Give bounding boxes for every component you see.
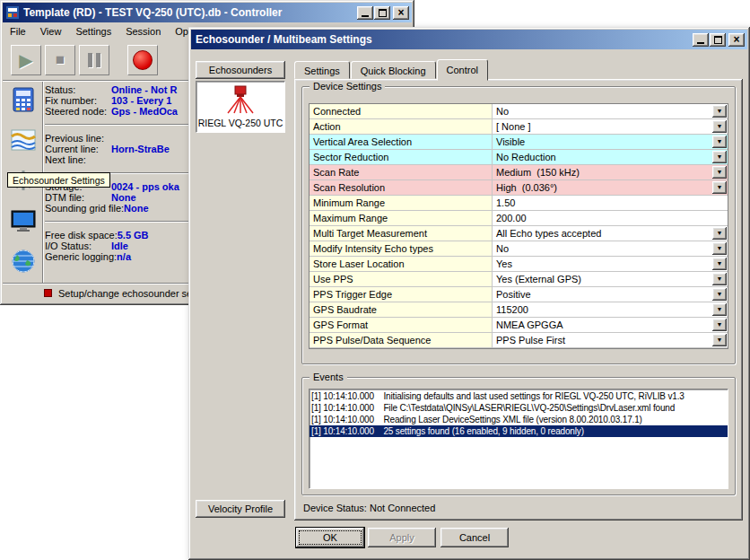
- dialog-title: Echosounder / Multibeam Settings: [196, 33, 372, 46]
- event-line[interactable]: [1] 10:14:10.000 Reading Laser DeviceSet…: [310, 414, 728, 425]
- minimize-icon: [697, 42, 704, 44]
- setting-value[interactable]: Yes (External GPS)▼: [493, 272, 728, 287]
- minimize-button[interactable]: [357, 6, 373, 20]
- event-line[interactable]: [1] 10:14:10.000 File C:\Testdata\QINSy\…: [310, 402, 728, 414]
- stop-icon: ■: [56, 51, 65, 69]
- setting-name: Use PPS: [310, 272, 493, 287]
- record-button[interactable]: [127, 45, 158, 75]
- dropdown-button[interactable]: ▼: [712, 334, 727, 346]
- setting-value[interactable]: NMEA GPGGA▼: [493, 318, 728, 333]
- apply-button[interactable]: Apply: [368, 528, 436, 547]
- echosounders-header[interactable]: Echosounders: [196, 61, 285, 79]
- tooltip: Echosounder Settings: [7, 172, 110, 188]
- setting-row: ConnectedNo▼: [310, 104, 728, 119]
- tab-settings[interactable]: Settings: [294, 61, 350, 79]
- setting-value[interactable]: No▼: [493, 241, 728, 257]
- setting-row: Action[ None ]▼: [310, 119, 728, 135]
- event-line[interactable]: [1] 10:14:10.000 25 settings found (16 e…: [310, 425, 728, 437]
- setting-value-text: High (0.036°): [496, 182, 557, 193]
- velocity-profile-button[interactable]: Velocity Profile: [196, 500, 285, 518]
- dropdown-button[interactable]: ▼: [712, 273, 727, 285]
- dialog-titlebar[interactable]: Echosounder / Multibeam Settings ×: [191, 30, 747, 49]
- menu-view[interactable]: View: [33, 23, 69, 39]
- events-group-label: Events: [310, 372, 347, 382]
- setting-value[interactable]: Medium (150 kHz)▼: [493, 165, 728, 180]
- dropdown-button[interactable]: ▼: [712, 258, 727, 270]
- sidebar-item-display[interactable]: [6, 204, 40, 238]
- status-value: Horn-StraBe: [111, 144, 170, 154]
- setting-value[interactable]: No Reduction▼: [493, 150, 728, 165]
- setting-value[interactable]: 200.00: [493, 211, 728, 226]
- setting-row: Sector ReductionNo Reduction▼: [310, 150, 728, 165]
- setting-value[interactable]: Visible▼: [493, 135, 728, 150]
- setting-value[interactable]: No▼: [493, 104, 728, 119]
- dialog-maximize-button[interactable]: [710, 33, 726, 47]
- dropdown-button[interactable]: ▼: [712, 105, 727, 118]
- setting-row: Modify Intensity Echo typesNo▼: [310, 241, 728, 257]
- setting-value[interactable]: [ None ]▼: [493, 119, 728, 135]
- setting-value-text: No Reduction: [496, 152, 556, 162]
- status-value: Gps - MedOca: [111, 106, 178, 117]
- setting-value-text: Visible: [496, 136, 525, 147]
- dropdown-button[interactable]: ▼: [712, 303, 727, 316]
- control-tab-panel: Device Settings ConnectedNo▼Action[ None…: [294, 79, 743, 521]
- maximize-icon: [379, 9, 387, 17]
- dialog-minimize-button[interactable]: [693, 33, 709, 47]
- setting-name: GPS Baudrate: [310, 302, 493, 318]
- tab-control[interactable]: Control: [437, 59, 488, 81]
- setting-value[interactable]: High (0.036°)▼: [493, 180, 728, 196]
- dialog-close-button[interactable]: ×: [728, 33, 745, 47]
- setting-name: Connected: [310, 104, 493, 119]
- dropdown-button[interactable]: ▼: [712, 181, 727, 194]
- setting-value-text: Medium (150 kHz): [496, 167, 580, 178]
- pause-button[interactable]: [79, 45, 109, 75]
- record-indicator-icon: [44, 289, 52, 297]
- play-button[interactable]: ▶: [11, 45, 41, 75]
- stop-button[interactable]: ■: [45, 45, 75, 75]
- setting-value[interactable]: 115200▼: [493, 302, 728, 318]
- dropdown-button[interactable]: ▼: [712, 151, 727, 163]
- pause-icon: [88, 53, 100, 67]
- event-line[interactable]: [1] 10:14:10.000 Initialising defaults a…: [310, 390, 728, 402]
- setting-value-text: All Echo types accepted: [496, 228, 601, 239]
- menu-session[interactable]: Session: [118, 23, 168, 39]
- sidebar-item-navigation[interactable]: [6, 244, 40, 278]
- controller-titlebar[interactable]: Template (RD) - TEST VQ-250 (UTC).db - C…: [3, 3, 412, 22]
- status-label: Fix number:: [45, 95, 111, 106]
- menu-file[interactable]: File: [3, 23, 33, 39]
- setting-value[interactable]: PPS Pulse First▼: [493, 333, 728, 348]
- echosounder-item[interactable]: RIEGL VQ-250 UTC: [196, 82, 284, 128]
- cancel-button[interactable]: Cancel: [440, 528, 509, 547]
- dropdown-button[interactable]: ▼: [712, 227, 727, 240]
- ok-button[interactable]: OK: [296, 528, 364, 547]
- setting-value[interactable]: All Echo types accepted▼: [493, 226, 728, 241]
- menu-settings[interactable]: Settings: [68, 23, 118, 39]
- dropdown-button[interactable]: ▼: [712, 288, 727, 301]
- close-button[interactable]: ×: [393, 6, 409, 20]
- setting-name: Action: [310, 119, 493, 135]
- close-icon: ×: [397, 7, 404, 18]
- device-status: Device Status: Not Connected: [303, 503, 435, 513]
- setting-name: Scan Rate: [310, 165, 493, 180]
- dropdown-button[interactable]: ▼: [712, 242, 727, 255]
- setting-name: Multi Target Measurement: [310, 226, 493, 241]
- dropdown-button[interactable]: ▼: [712, 120, 727, 133]
- status-label: Sounding grid file:: [45, 203, 124, 214]
- tab-quick-blocking[interactable]: Quick Blocking: [351, 61, 436, 79]
- status-value: Idle: [111, 241, 128, 251]
- maximize-button[interactable]: [374, 6, 390, 20]
- dropdown-button[interactable]: ▼: [712, 166, 727, 179]
- sidebar-item-computation[interactable]: [6, 83, 40, 117]
- setting-value[interactable]: Positive▼: [493, 287, 728, 302]
- device-settings-group: Device Settings ConnectedNo▼Action[ None…: [301, 86, 736, 364]
- setting-value[interactable]: 1.50: [493, 196, 728, 211]
- setting-row: GPS FormatNMEA GPGGA▼: [310, 318, 728, 333]
- status-value: None: [124, 203, 149, 214]
- sidebar-item-echogram[interactable]: [6, 123, 40, 157]
- dropdown-button[interactable]: ▼: [712, 136, 727, 148]
- events-list[interactable]: [1] 10:14:10.000 Initialising defaults a…: [309, 389, 728, 489]
- setting-name: PPS Pulse/Data Sequence: [310, 333, 493, 348]
- setting-value[interactable]: Yes▼: [493, 257, 728, 272]
- setting-row: Store Laser LocationYes▼: [310, 257, 728, 272]
- dropdown-button[interactable]: ▼: [712, 319, 727, 331]
